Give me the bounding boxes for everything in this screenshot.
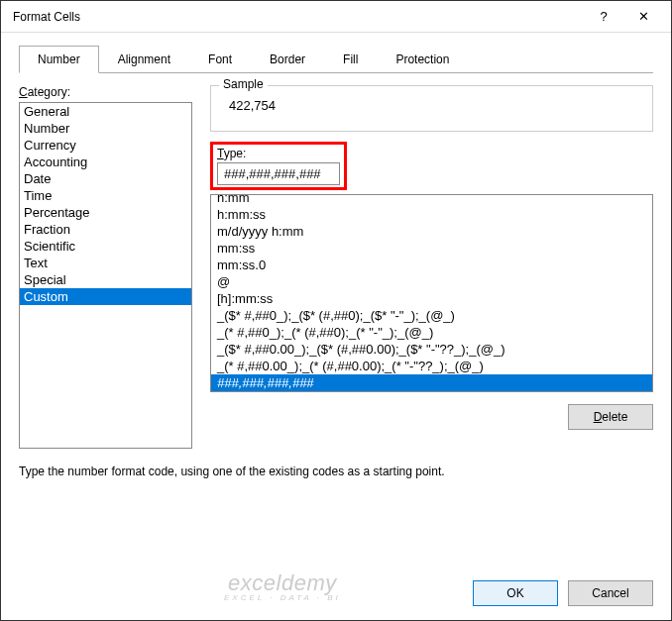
type-input[interactable]: [217, 162, 340, 185]
dialog-footer: OK Cancel: [473, 580, 653, 606]
tab-protection[interactable]: Protection: [377, 46, 468, 73]
tab-alignment[interactable]: Alignment: [99, 46, 189, 73]
format-list[interactable]: h:mm h:mm:ss m/d/yyyy h:mm mm:ss mm:ss.0…: [210, 194, 653, 392]
fmt-item[interactable]: _($* #,##0_);_($* (#,##0);_($* "-"_);_(@…: [211, 307, 652, 324]
watermark: exceldemy EXCEL · DATA · BI: [224, 572, 341, 602]
titlebar: Format Cells ? ✕: [1, 1, 671, 33]
ok-button[interactable]: OK: [473, 580, 558, 606]
hint-text: Type the number format code, using one o…: [19, 465, 653, 478]
tab-fill[interactable]: Fill: [324, 46, 377, 73]
cat-time[interactable]: Time: [20, 187, 191, 204]
help-button[interactable]: ?: [584, 3, 623, 31]
watermark-line1: exceldemy: [224, 572, 341, 594]
fmt-item[interactable]: _(* #,##0_);_(* (#,##0);_(* "-"_);_(@_): [211, 324, 652, 341]
sample-value: 422,754: [221, 92, 642, 113]
sample-box: Sample 422,754: [210, 85, 653, 132]
fmt-item[interactable]: mm:ss.0: [211, 257, 652, 273]
delete-row: Delete: [210, 404, 653, 430]
category-column: Category: General Number Currency Accoun…: [19, 85, 192, 449]
sample-legend: Sample: [219, 77, 268, 91]
tab-strip: Number Alignment Font Border Fill Protec…: [19, 45, 653, 73]
fmt-item[interactable]: h:mm:ss: [211, 206, 652, 223]
fmt-item[interactable]: [h]:mm:ss: [211, 290, 652, 307]
tab-number[interactable]: Number: [19, 46, 99, 73]
dialog-title: Format Cells: [13, 10, 584, 24]
cat-currency[interactable]: Currency: [20, 137, 191, 154]
fmt-item[interactable]: h:mm: [211, 194, 652, 206]
fmt-item[interactable]: _(* #,##0.00_);_(* (#,##0.00);_(* "-"??_…: [211, 358, 652, 374]
cat-number[interactable]: Number: [20, 120, 191, 137]
tab-font[interactable]: Font: [189, 46, 251, 73]
fmt-item[interactable]: _($* #,##0.00_);_($* (#,##0.00);_($* "-"…: [211, 341, 652, 358]
cat-text[interactable]: Text: [20, 255, 191, 271]
right-column: Sample 422,754 Type: h:mm h:mm:ss m/d/yy…: [210, 85, 653, 449]
cat-special[interactable]: Special: [20, 271, 191, 288]
fmt-item[interactable]: mm:ss: [211, 240, 652, 257]
category-label: Category:: [19, 85, 192, 99]
dialog-body: Number Alignment Font Border Fill Protec…: [1, 33, 671, 492]
delete-button[interactable]: Delete: [568, 404, 653, 430]
fmt-item-selected[interactable]: ###,###,###,###: [211, 374, 652, 391]
cancel-button[interactable]: Cancel: [568, 580, 653, 606]
cat-date[interactable]: Date: [20, 170, 191, 187]
type-area: Type:: [210, 142, 653, 190]
cat-scientific[interactable]: Scientific: [20, 238, 191, 255]
main-row: Category: General Number Currency Accoun…: [19, 85, 653, 449]
type-label: Type:: [217, 147, 246, 160]
close-button[interactable]: ✕: [623, 3, 663, 31]
cat-percentage[interactable]: Percentage: [20, 204, 191, 221]
cat-fraction[interactable]: Fraction: [20, 221, 191, 238]
category-list[interactable]: General Number Currency Accounting Date …: [19, 102, 192, 449]
tab-border[interactable]: Border: [251, 46, 324, 73]
fmt-item[interactable]: m/d/yyyy h:mm: [211, 223, 652, 240]
cat-accounting[interactable]: Accounting: [20, 154, 191, 170]
cat-custom[interactable]: Custom: [20, 288, 191, 305]
cat-general[interactable]: General: [20, 103, 191, 120]
fmt-item[interactable]: @: [211, 273, 652, 290]
highlight-box: Type:: [210, 142, 347, 190]
watermark-line2: EXCEL · DATA · BI: [224, 594, 341, 602]
